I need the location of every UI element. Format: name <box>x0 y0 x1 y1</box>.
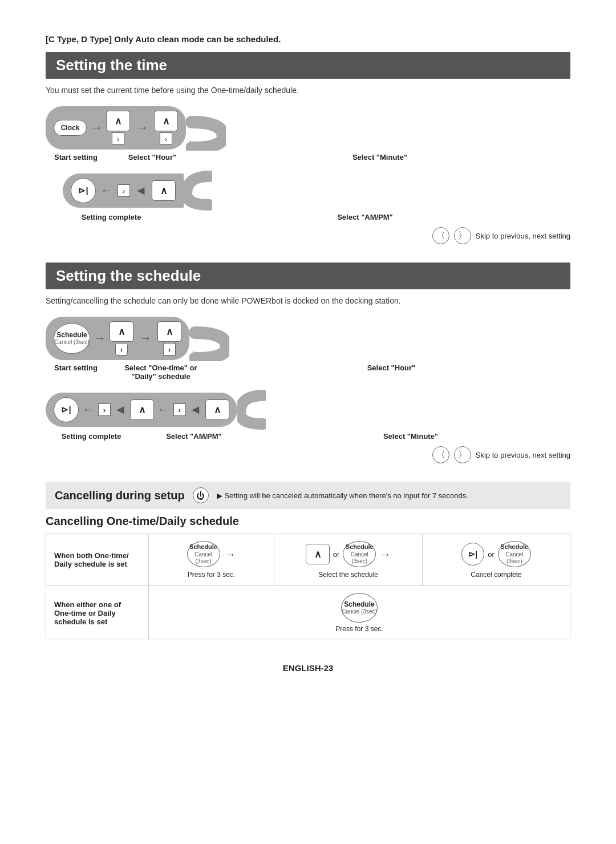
table-row-either-label: When either one ofOne-time or Dailysched… <box>46 586 149 640</box>
ampm-up-button: ∧ <box>152 180 176 201</box>
table-row-either: When either one ofOne-time or Dailysched… <box>46 586 570 640</box>
cancel-sched-btn1: Schedule Cancel (3sec) <box>187 541 220 567</box>
schedule-button-row1: Schedule Cancel (3sec) <box>54 323 90 354</box>
label-select-hour: Select "Hour" <box>98 153 189 161</box>
select-schedule-label: Select the schedule <box>282 571 414 579</box>
press-3sec-2: Press for 3 sec. <box>335 625 383 633</box>
cancel-complete-btn: ⊳| <box>461 543 484 566</box>
skip-row-sched: 〈 〉 Skip to previous, next setting <box>46 446 570 463</box>
sched-nav1: › <box>98 403 111 416</box>
sched-skip-next-icon: 〉 <box>454 446 471 463</box>
sched-label-onetime: Select "One-time" or"Daily" schedule <box>98 364 212 381</box>
cancelling-daily-title: Cancelling One-time/Daily schedule <box>46 515 570 528</box>
top-note: [C Type, D Type] Only Auto clean mode ca… <box>46 34 570 44</box>
skip-next-icon: 〉 <box>454 227 471 244</box>
setting-schedule-section: Setting the schedule Setting/cancelling … <box>46 263 570 463</box>
sched-minute-up: ∧ <box>205 399 229 420</box>
cancelling-setup-desc: ▶ Setting will be canceled automatically… <box>217 491 561 500</box>
sched-ampm-up: ∧ <box>130 399 154 420</box>
cancel-chev-up: ∧ <box>306 544 330 564</box>
sched-uturn-right <box>189 316 229 361</box>
label-select-ampm-time: Select "AM/PM" <box>160 213 570 221</box>
clock-button: Clock <box>54 120 87 136</box>
setting-schedule-desc: Setting/cancelling the schedule can only… <box>46 296 570 305</box>
cancelling-daily-section: Cancelling One-time/Daily schedule When … <box>46 515 570 640</box>
cancel-complete-label: Cancel complete <box>431 571 562 579</box>
sched-flow-row2: ⊳| ← › ◄ ∧ ← › ◄ ∧ <box>46 393 237 427</box>
sched-flow-row1: Schedule Cancel (3sec) → ∧ › → ∧ › <box>46 317 189 360</box>
time-flow-diagram: Clock → ∧ › → ∧ › <box>46 105 570 244</box>
sched-left-curve <box>237 390 266 430</box>
sched-skip-prev-icon: 〈 <box>432 446 449 463</box>
sched-label-complete: Setting complete <box>46 432 137 441</box>
cancel-sched-btn2: Schedule Cancel (3sec) <box>343 541 376 567</box>
hour-up-button: ∧ <box>106 111 130 131</box>
setting-time-desc: You must set the current time before usi… <box>46 86 570 95</box>
cancel-sched-btn3: Schedule Cancel (3sec) <box>498 541 531 567</box>
time-left-curve <box>184 171 212 211</box>
cancelling-setup-title: Cancelling during setup <box>55 489 185 502</box>
skip-prev-icon: 〈 <box>432 227 449 244</box>
cancel-table: When both One-time/Daily schedule is set… <box>46 534 570 640</box>
minute-up-button: ∧ <box>154 111 178 131</box>
time-flow-row1-start: Clock → ∧ › → ∧ › <box>46 106 186 150</box>
table-row-either-content: Schedule Cancel (3sec) Press for 3 sec. <box>149 586 570 640</box>
setting-time-section: Setting the time You must set the curren… <box>46 52 570 244</box>
sched-complete-btn: ⊳| <box>54 397 79 422</box>
press-3sec-1: Press for 3 sec. <box>157 571 266 579</box>
sched-label-minute: Select "Minute" <box>251 432 570 441</box>
table-row-both-step1: Schedule Cancel (3sec) → Press for 3 sec… <box>149 534 274 586</box>
sched-right2: › <box>163 343 176 356</box>
label-start-setting: Start setting <box>54 153 98 161</box>
ampm-nav-button: › <box>117 184 130 197</box>
sched-skip-label: Skip to previous, next setting <box>476 451 570 459</box>
table-row-both-label: When both One-time/Daily schedule is set <box>46 534 149 586</box>
time-flow-row2: ⊳| ← › ◄ ∧ <box>63 173 184 208</box>
sched-up1: ∧ <box>110 321 133 342</box>
sched-nav2: › <box>173 403 186 416</box>
schedule-flow-diagram: Schedule Cancel (3sec) → ∧ › → ∧ › <box>46 316 570 463</box>
sched-up2: ∧ <box>157 321 181 342</box>
hour-right-button: › <box>112 132 124 145</box>
sched-label-hour: Select "Hour" <box>212 364 570 372</box>
setting-schedule-header: Setting the schedule <box>46 263 570 289</box>
label-select-minute-time: Select "Minute" <box>189 153 570 161</box>
time-uturn-right <box>186 105 226 151</box>
power-icon: ⏻ <box>193 487 209 503</box>
sched-right1: › <box>115 343 128 356</box>
minute-right-button: › <box>160 132 172 145</box>
table-row-both-step2: ∧ or Schedule Cancel (3sec) → Select the… <box>274 534 423 586</box>
page-footer: ENGLISH-23 <box>46 663 570 673</box>
setting-time-header: Setting the time <box>46 52 570 79</box>
skip-label-time: Skip to previous, next setting <box>476 232 570 240</box>
table-row-both-step3: ⊳| or Schedule Cancel (3sec) Cancel comp… <box>423 534 570 586</box>
sched-label-start: Start setting <box>54 364 98 372</box>
setting-complete-button: ⊳| <box>71 178 96 203</box>
cancel-sched-btn-either: Schedule Cancel (3sec) <box>341 593 378 623</box>
cancelling-setup-row: Cancelling during setup ⏻ ▶ Setting will… <box>46 482 570 509</box>
table-row-both: When both One-time/Daily schedule is set… <box>46 534 570 586</box>
label-setting-complete-time: Setting complete <box>63 213 160 221</box>
skip-row-time: 〈 〉 Skip to previous, next setting <box>46 227 570 244</box>
sched-label-ampm: Select "AM/PM" <box>137 432 251 441</box>
